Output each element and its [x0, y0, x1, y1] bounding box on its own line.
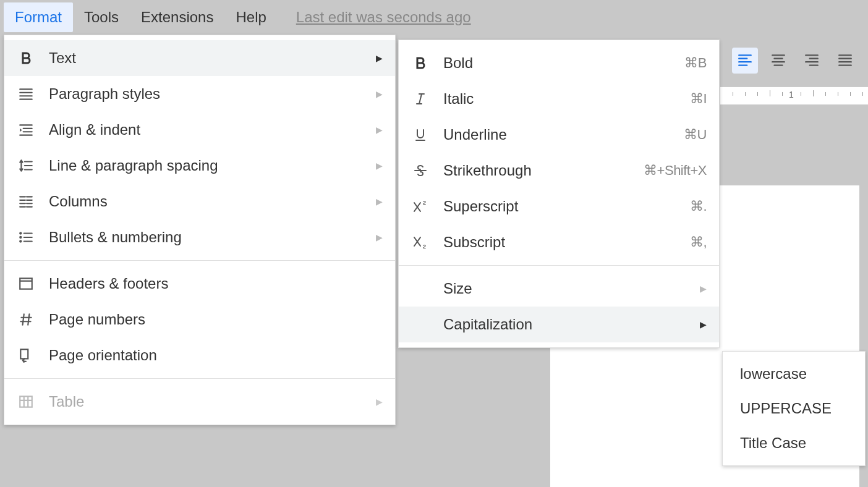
chevron-right-icon: ▶ — [376, 397, 383, 407]
menu-item-label: Table — [49, 393, 357, 410]
headers-footers-icon — [17, 274, 35, 293]
text-submenu: Bold ⌘B Italic ⌘I Underline ⌘U Strikethr… — [398, 40, 720, 348]
menu-item-label: Italic — [443, 90, 665, 108]
menu-item-shortcut: ⌘+Shift+X — [644, 163, 707, 179]
menu-item-line-spacing[interactable]: Line & paragraph spacing ▶ — [4, 148, 395, 184]
chevron-right-icon: ▶ — [376, 53, 383, 63]
bold-icon — [411, 54, 430, 72]
align-left-icon — [737, 53, 753, 69]
menu-item-shortcut: ⌘B — [684, 55, 707, 71]
menu-item-shortcut: ⌘. — [690, 198, 707, 214]
menu-item-label: Bold — [443, 54, 660, 72]
menu-item-label: Strikethrough — [443, 162, 619, 179]
menu-tools[interactable]: Tools — [73, 2, 130, 32]
menu-item-label: Bullets & numbering — [49, 229, 357, 246]
menu-item-label: Size — [443, 280, 681, 297]
chevron-right-icon: ▶ — [376, 232, 383, 242]
menu-divider — [4, 260, 395, 261]
menu-item-label: Align & indent — [49, 121, 357, 138]
menu-item-shortcut: ⌘, — [690, 234, 707, 250]
page-orientation-icon — [17, 346, 35, 365]
align-justify-button[interactable] — [832, 48, 858, 74]
menu-item-label: Text — [49, 49, 357, 67]
menu-item-lowercase[interactable]: lowercase — [723, 357, 865, 391]
menu-item-label: Underline — [443, 126, 659, 143]
menu-divider — [4, 378, 395, 379]
blank-icon — [411, 315, 430, 334]
menu-item-bold[interactable]: Bold ⌘B — [399, 45, 719, 81]
svg-point-2 — [19, 240, 22, 242]
blank-icon — [411, 279, 430, 298]
align-center-button[interactable] — [765, 48, 791, 74]
bold-icon — [17, 49, 35, 67]
format-menu: Text ▶ Paragraph styles ▶ Align & indent… — [4, 35, 396, 425]
svg-text:2: 2 — [423, 200, 426, 206]
menu-item-label: UPPERCASE — [740, 400, 848, 417]
align-right-icon — [804, 53, 820, 69]
menu-item-page-orientation[interactable]: Page orientation — [4, 337, 395, 373]
menubar: Format Tools Extensions Help Last edit w… — [0, 0, 868, 35]
svg-rect-3 — [20, 278, 32, 289]
align-left-button[interactable] — [732, 48, 758, 74]
subscript-icon: 2 — [411, 233, 430, 252]
menu-item-subscript[interactable]: 2 Subscript ⌘, — [399, 224, 719, 260]
menu-item-capitalization[interactable]: Capitalization ▶ — [399, 307, 719, 342]
last-edit-link[interactable]: Last edit was seconds ago — [296, 9, 471, 26]
align-justify-icon — [837, 53, 853, 69]
underline-icon — [411, 125, 430, 144]
align-center-icon — [770, 53, 786, 69]
menu-item-label: Columns — [49, 193, 357, 210]
menu-item-label: Superscript — [443, 198, 665, 215]
menu-item-label: Page orientation — [49, 347, 383, 364]
svg-text:2: 2 — [423, 244, 426, 250]
menu-item-align-indent[interactable]: Align & indent ▶ — [4, 112, 395, 148]
line-spacing-icon — [17, 156, 35, 175]
menu-item-paragraph-styles[interactable]: Paragraph styles ▶ — [4, 76, 395, 112]
chevron-right-icon: ▶ — [376, 197, 383, 206]
superscript-icon: 2 — [411, 197, 430, 216]
chevron-right-icon: ▶ — [376, 89, 383, 99]
last-edit-text: Last edit was seconds ago — [296, 9, 471, 25]
menu-extensions[interactable]: Extensions — [130, 2, 224, 32]
menu-item-label: Headers & footers — [49, 275, 383, 292]
menu-label: Extensions — [141, 9, 213, 25]
columns-icon — [17, 192, 35, 211]
menu-item-size[interactable]: Size ▶ — [399, 271, 719, 307]
svg-point-1 — [19, 236, 22, 239]
align-indent-icon — [17, 121, 35, 139]
ruler-number: 1 — [789, 90, 794, 100]
menu-item-title-case[interactable]: Title Case — [723, 426, 865, 460]
menu-help[interactable]: Help — [224, 2, 277, 32]
menu-item-label: Paragraph styles — [49, 85, 357, 103]
svg-rect-5 — [20, 396, 32, 407]
svg-point-0 — [19, 232, 22, 234]
menu-label: Tools — [84, 9, 119, 25]
menu-format[interactable]: Format — [4, 2, 73, 32]
menu-item-text[interactable]: Text ▶ — [4, 40, 395, 76]
menu-item-italic[interactable]: Italic ⌘I — [399, 81, 719, 117]
menu-item-page-numbers[interactable]: Page numbers — [4, 302, 395, 337]
menu-item-underline[interactable]: Underline ⌘U — [399, 117, 719, 153]
menu-item-label: Title Case — [740, 434, 848, 452]
italic-icon — [411, 90, 430, 108]
bullets-icon — [17, 228, 35, 247]
chevron-right-icon: ▶ — [376, 161, 383, 171]
menu-divider — [399, 265, 719, 266]
svg-rect-4 — [20, 349, 28, 358]
page-numbers-icon — [17, 310, 35, 329]
menu-item-superscript[interactable]: 2 Superscript ⌘. — [399, 188, 719, 224]
menu-label: Help — [236, 9, 266, 25]
menu-item-columns[interactable]: Columns ▶ — [4, 184, 395, 219]
menu-item-strikethrough[interactable]: Strikethrough ⌘+Shift+X — [399, 153, 719, 188]
align-right-button[interactable] — [799, 48, 825, 74]
menu-item-bullets-numbering[interactable]: Bullets & numbering ▶ — [4, 219, 395, 255]
menu-item-uppercase[interactable]: UPPERCASE — [723, 391, 865, 426]
menu-item-label: Line & paragraph spacing — [49, 157, 357, 174]
menu-label: Format — [15, 9, 62, 25]
chevron-right-icon: ▶ — [376, 125, 383, 135]
menu-item-headers-footers[interactable]: Headers & footers — [4, 266, 395, 302]
menu-item-label: Page numbers — [49, 311, 383, 328]
strikethrough-icon — [411, 161, 430, 180]
table-icon — [17, 392, 35, 411]
menu-item-label: Capitalization — [443, 316, 681, 333]
